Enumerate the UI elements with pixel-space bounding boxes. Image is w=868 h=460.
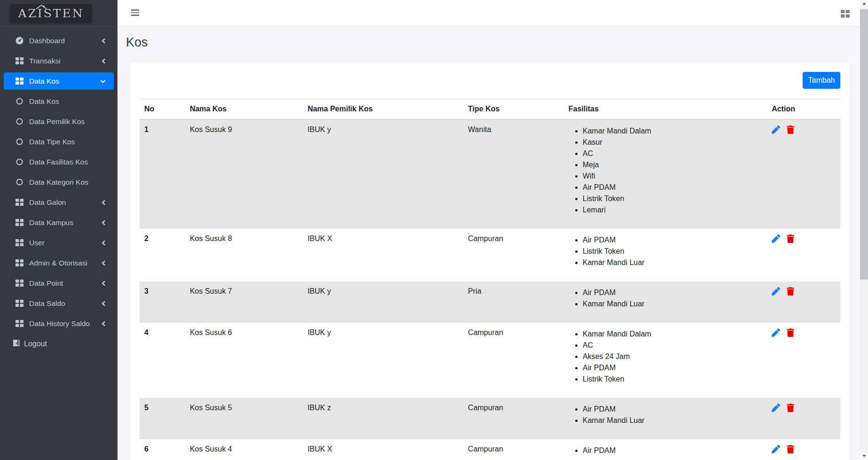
roof-icon (35, 4, 47, 9)
edit-pencil-icon[interactable] (772, 328, 780, 339)
delete-trash-icon[interactable] (787, 125, 794, 136)
cell-action (767, 281, 840, 323)
column-header-fasilitas: Fasilitas (564, 99, 767, 120)
cell-tipe-kos: Campuran (463, 439, 564, 460)
table-row: 4 Kos Susuk 6 IBUK y Campuran Kamar Mand… (140, 323, 840, 398)
delete-trash-icon[interactable] (787, 287, 794, 297)
table-icon (15, 199, 23, 206)
edit-pencil-icon[interactable] (772, 404, 780, 414)
fasilitas-item: Lemari (583, 204, 762, 216)
brand[interactable]: AZISTEN (0, 0, 117, 27)
chevron-left-icon (101, 219, 106, 226)
sidebar-item-data-kos[interactable]: Data Kos (4, 93, 114, 110)
cell-fasilitas: Kamar Mandi DalamKasurACMejaWifiAir PDAM… (564, 119, 767, 229)
sidebar-item-transaksi[interactable]: Transaksi (4, 52, 114, 70)
column-header-no: No (140, 99, 185, 120)
fasilitas-item: Listrik Token (583, 246, 762, 257)
sidebar-item-data-kategori-kos[interactable]: Data Kategori Kos (4, 173, 114, 191)
cell-no: 3 (140, 281, 185, 323)
edit-pencil-icon[interactable] (772, 125, 780, 136)
edit-pencil-icon[interactable] (772, 287, 780, 297)
table-icon (15, 219, 23, 226)
sidebar-item-admin-otorisasi[interactable]: Admin & Otorisasi (4, 254, 114, 272)
cell-nama-pemilik-kos: IBUK y (303, 119, 463, 229)
page-scrollbar[interactable] (860, 0, 868, 460)
sidebar-item-data-point[interactable]: Data Point (4, 274, 114, 292)
fasilitas-item: Kamar Mandi Luar (583, 298, 762, 310)
content-area: Kos Tambah NoNama KosNama Pemilik KosTip… (117, 27, 868, 460)
sidebar-item-data-kampus[interactable]: Data Kampus (4, 214, 114, 231)
fasilitas-item: Air PDAM (583, 362, 762, 374)
sidebar: AZISTEN Dashboard Transaksi Data Kos Dat… (0, 0, 117, 460)
cell-tipe-kos: Campuran (463, 323, 564, 398)
chevron-left-icon (101, 240, 106, 246)
sidebar-item-data-pemilik-kos[interactable]: Data Pemilik Kos (4, 113, 114, 130)
scroll-down-icon[interactable] (860, 452, 868, 460)
fasilitas-item: Wifi (583, 171, 762, 182)
sidebar-item-data-galon[interactable]: Data Galon (4, 194, 114, 211)
scroll-up-icon[interactable] (860, 0, 868, 8)
grid-icon[interactable] (841, 10, 850, 20)
cell-fasilitas: Air PDAM (564, 439, 767, 460)
fasilitas-item: Kamar Mandi Luar (583, 415, 762, 426)
sidebar-item-dashboard[interactable]: Dashboard (4, 32, 114, 49)
delete-trash-icon[interactable] (787, 404, 794, 414)
tachometer-icon (15, 37, 23, 45)
add-button[interactable]: Tambah (803, 72, 840, 89)
cell-nama-pemilik-kos: IBUK z (303, 398, 463, 439)
cell-action (767, 229, 840, 281)
cell-no: 1 (140, 119, 185, 229)
fasilitas-item: Kamar Mandi Dalam (583, 125, 762, 137)
delete-trash-icon[interactable] (787, 328, 794, 339)
edit-pencil-icon[interactable] (772, 234, 780, 245)
cell-no: 4 (140, 323, 185, 398)
delete-trash-icon[interactable] (787, 234, 794, 245)
sidebar-item-logout[interactable]: Logout (0, 335, 117, 352)
delete-trash-icon[interactable] (787, 445, 794, 455)
cell-fasilitas: Kamar Mandi DalamACAkses 24 JamAir PDAML… (564, 323, 767, 398)
logout-label: Logout (24, 340, 47, 348)
card: Tambah NoNama KosNama Pemilik KosTipe Ko… (130, 62, 850, 460)
table-row: 3 Kos Susuk 7 IBUK y Pria Air PDAMKamar … (140, 281, 840, 323)
fasilitas-item: Kasur (583, 137, 762, 148)
fasilitas-item: Air PDAM (583, 287, 762, 298)
fasilitas-item: Air PDAM (583, 234, 762, 246)
circle-icon (15, 158, 23, 165)
cell-nama-pemilik-kos: IBUK y (303, 323, 463, 398)
sidebar-item-data-tipe-kos[interactable]: Data Tipe Kos (4, 133, 114, 150)
sidebar-item-data-history-saldo[interactable]: Data History Saldo (4, 315, 114, 332)
sidebar-toggle-hamburger-icon[interactable] (131, 9, 139, 17)
cell-no: 5 (140, 398, 185, 439)
chevron-left-icon (101, 58, 106, 64)
cell-no: 6 (140, 439, 185, 460)
cell-nama-pemilik-kos: IBUK y (303, 281, 463, 323)
sidebar-item-data-saldo[interactable]: Data Saldo (4, 295, 114, 312)
scrollbar-thumb[interactable] (860, 9, 868, 280)
cell-nama-kos: Kos Susuk 7 (185, 281, 303, 323)
cell-action (767, 119, 840, 229)
edit-pencil-icon[interactable] (772, 445, 780, 455)
fasilitas-item: Listrik Token (583, 374, 762, 385)
circle-icon (15, 138, 23, 145)
chevron-left-icon (101, 199, 106, 206)
sidebar-item-data-kos[interactable]: Data Kos (4, 72, 114, 90)
table-icon (15, 280, 23, 287)
fasilitas-item: Kamar Mandi Dalam (583, 328, 762, 340)
cell-nama-pemilik-kos: IBUK X (303, 439, 463, 460)
table-icon (15, 239, 23, 246)
sidebar-menu: Dashboard Transaksi Data Kos Data Kos Da… (0, 27, 117, 332)
fasilitas-item: AC (583, 340, 762, 351)
brand-logo: AZISTEN (10, 4, 92, 23)
table-icon (15, 259, 23, 266)
cell-fasilitas: Air PDAMListrik TokenKamar Mandi Luar (564, 229, 767, 281)
chevron-left-icon (101, 260, 106, 266)
cell-action (767, 439, 840, 460)
cell-nama-kos: Kos Susuk 6 (185, 323, 303, 398)
cell-nama-kos: Kos Susuk 4 (185, 439, 303, 460)
chevron-down-icon (100, 78, 106, 84)
chevron-left-icon (101, 320, 106, 327)
cell-action (767, 323, 840, 398)
fasilitas-item: Air PDAM (583, 445, 762, 456)
sidebar-item-user[interactable]: User (4, 234, 114, 251)
sidebar-item-data-fasilitas-kos[interactable]: Data Fasilitas Kos (4, 153, 114, 171)
